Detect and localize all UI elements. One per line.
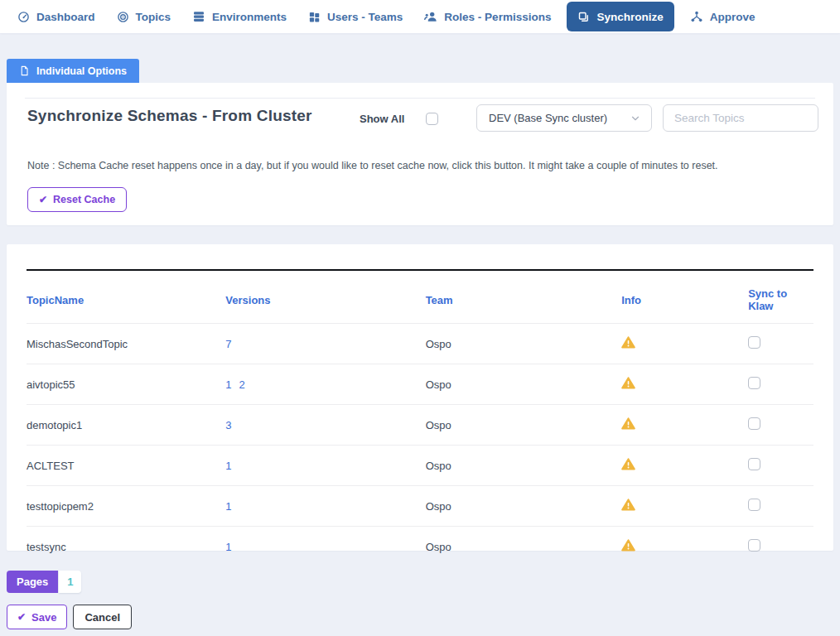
nav-item-topics[interactable]: Topics: [106, 0, 182, 33]
sync-schemas-table: TopicName Versions Team Info Sync to Kla…: [27, 269, 813, 566]
check-icon: ✔: [39, 195, 47, 205]
approve-icon: [690, 10, 703, 23]
sync-cell: [748, 486, 813, 527]
sync-cell: [748, 446, 813, 486]
tab-individual-options[interactable]: Individual Options: [7, 59, 139, 83]
pages-label: Pages: [7, 571, 58, 593]
versions-cell: 7: [225, 324, 425, 364]
sync-to-klaw-checkbox[interactable]: [748, 458, 760, 470]
sync-to-klaw-checkbox[interactable]: [748, 539, 760, 552]
panel-divider: [25, 98, 815, 99]
sync-to-klaw-checkbox[interactable]: [748, 336, 760, 349]
sync-cell: [748, 527, 813, 567]
page-title: Synchronize Schemas - From Cluster: [27, 107, 312, 125]
warning-icon[interactable]: [621, 538, 635, 552]
info-cell: [621, 446, 748, 486]
show-all-label: Show All: [360, 113, 404, 125]
info-cell: [621, 405, 748, 446]
roles-permissions-icon: [424, 10, 437, 23]
nav-item-environments[interactable]: Environments: [181, 0, 297, 33]
table-row: MischasSecondTopic7Ospo: [27, 324, 813, 364]
users-teams-icon: [308, 11, 321, 23]
nav-item-dashboard[interactable]: Dashboard: [7, 0, 106, 33]
table-row: testtopicpem21Ospo: [27, 486, 813, 527]
page-number-button[interactable]: 1: [59, 571, 81, 593]
sync-cell: [748, 324, 813, 364]
topic-name-cell: aivtopic55: [27, 364, 225, 405]
nav-item-label: Dashboard: [36, 11, 95, 23]
col-info: Info: [621, 270, 748, 324]
version-link[interactable]: 1: [225, 541, 231, 553]
cluster-select-value: DEV (Base Sync cluster): [489, 112, 607, 124]
topic-name-cell: ACLTEST: [27, 446, 225, 486]
info-cell: [621, 486, 748, 527]
table-row: testsync1Ospo: [27, 527, 813, 567]
versions-cell: 12: [225, 364, 425, 405]
sync-cell: [748, 405, 813, 446]
save-button-label: Save: [31, 611, 56, 624]
team-cell: Ospo: [426, 527, 622, 567]
version-link[interactable]: 7: [225, 338, 231, 350]
team-cell: Ospo: [426, 324, 622, 364]
nav-item-label: Synchronize: [596, 11, 663, 23]
versions-cell: 1: [225, 446, 425, 486]
warning-icon[interactable]: [621, 335, 635, 349]
cancel-button[interactable]: Cancel: [73, 605, 132, 629]
versions-cell: 1: [225, 486, 425, 527]
nav-item-label: Approve: [710, 11, 756, 23]
table-row: ACLTEST1Ospo: [27, 446, 813, 486]
dashboard-icon: [17, 11, 30, 23]
version-link[interactable]: 3: [225, 419, 231, 431]
nav-item-roles-permissions[interactable]: Roles - Permissions: [413, 0, 562, 33]
col-topic-name: TopicName: [27, 270, 225, 324]
topic-name-cell: testsync: [27, 527, 225, 567]
version-link[interactable]: 2: [239, 378, 245, 391]
show-all-control: Show All: [360, 113, 438, 125]
nav-item-label: Environments: [212, 11, 287, 23]
team-cell: Ospo: [426, 364, 622, 405]
nav-item-users-teams[interactable]: Users - Teams: [297, 0, 413, 33]
version-link[interactable]: 1: [225, 500, 231, 513]
check-icon: ✔: [17, 612, 26, 622]
reset-cache-label: Reset Cache: [53, 194, 115, 205]
warning-icon[interactable]: [621, 498, 635, 512]
nav-item-approve[interactable]: Approve: [679, 0, 766, 33]
version-link[interactable]: 1: [225, 460, 231, 472]
nav-item-synchronize[interactable]: Synchronize: [567, 2, 673, 31]
bottom-actions: ✔ Save Cancel: [7, 605, 132, 629]
nav-item-label: Users - Teams: [327, 11, 403, 23]
topics-icon: [117, 11, 129, 23]
reset-cache-button[interactable]: ✔ Reset Cache: [27, 187, 127, 212]
chevron-down-icon: [630, 113, 641, 124]
sync-to-klaw-checkbox[interactable]: [748, 499, 760, 511]
sync-table-panel: TopicName Versions Team Info Sync to Kla…: [7, 244, 833, 551]
search-input[interactable]: [663, 104, 818, 132]
tab-individual-options-label: Individual Options: [36, 65, 127, 77]
warning-icon[interactable]: [621, 417, 635, 431]
team-cell: Ospo: [426, 446, 622, 486]
warning-icon[interactable]: [621, 457, 635, 471]
topic-name-cell: testtopicpem2: [27, 486, 225, 527]
save-button[interactable]: ✔ Save: [7, 605, 67, 629]
col-team: Team: [426, 270, 622, 324]
version-link[interactable]: 1: [225, 378, 231, 391]
info-cell: [621, 364, 748, 405]
pagination: Pages 1: [7, 571, 81, 593]
synchronize-icon: [577, 11, 590, 23]
col-versions: Versions: [225, 270, 425, 324]
table-header-row: TopicName Versions Team Info Sync to Kla…: [27, 270, 813, 324]
top-nav: DashboardTopicsEnvironmentsUsers - Teams…: [0, 0, 840, 33]
sync-cell: [748, 364, 813, 405]
table-row: demotopic13Ospo: [27, 405, 813, 446]
sync-to-klaw-checkbox[interactable]: [748, 417, 760, 430]
versions-cell: 3: [225, 405, 425, 446]
sync-to-klaw-checkbox[interactable]: [748, 377, 760, 389]
sync-table-body: MischasSecondTopic7Ospoaivtopic5512Ospod…: [27, 324, 813, 567]
cache-note: Note : Schema Cache reset happens once i…: [27, 160, 718, 171]
show-all-checkbox[interactable]: [426, 113, 438, 125]
warning-icon[interactable]: [621, 376, 635, 390]
info-cell: [621, 324, 748, 364]
cluster-select[interactable]: DEV (Base Sync cluster): [476, 104, 652, 132]
team-cell: Ospo: [426, 486, 622, 527]
team-cell: Ospo: [426, 405, 622, 446]
